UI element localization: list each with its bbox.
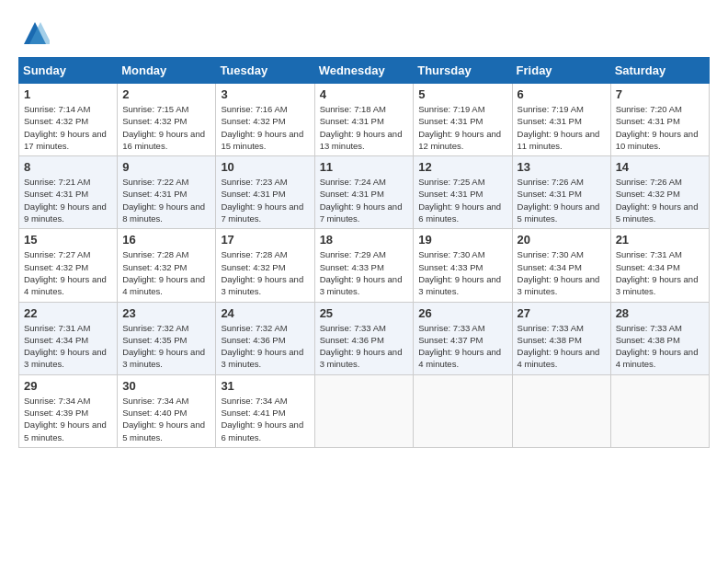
day-info: Sunrise: 7:18 AMSunset: 4:31 PMDaylight:…	[320, 103, 409, 152]
weekday-header-thursday: Thursday	[414, 58, 512, 84]
day-number: 6	[518, 87, 606, 101]
day-info: Sunrise: 7:32 AMSunset: 4:36 PMDaylight:…	[221, 322, 309, 371]
calendar-cell: 29 Sunrise: 7:34 AMSunset: 4:39 PMDaylig…	[19, 374, 118, 447]
calendar-cell: 11 Sunrise: 7:24 AMSunset: 4:31 PMDaylig…	[314, 156, 414, 229]
day-info: Sunrise: 7:14 AMSunset: 4:32 PMDaylight:…	[24, 103, 112, 152]
weekday-header-tuesday: Tuesday	[216, 58, 314, 84]
calendar-body: 1 Sunrise: 7:14 AMSunset: 4:32 PMDayligh…	[19, 84, 710, 448]
calendar-cell: 28 Sunrise: 7:33 AMSunset: 4:38 PMDaylig…	[610, 302, 709, 374]
day-number: 1	[24, 87, 112, 101]
day-info: Sunrise: 7:27 AMSunset: 4:32 PMDaylight:…	[24, 248, 112, 297]
weekday-header-monday: Monday	[118, 58, 216, 84]
calendar-cell: 1 Sunrise: 7:14 AMSunset: 4:32 PMDayligh…	[19, 84, 118, 156]
day-info: Sunrise: 7:31 AMSunset: 4:34 PMDaylight:…	[616, 248, 704, 297]
calendar-cell: 13 Sunrise: 7:26 AMSunset: 4:31 PMDaylig…	[512, 156, 610, 229]
day-number: 31	[221, 379, 309, 393]
page-header	[18, 18, 710, 48]
calendar-cell: 9 Sunrise: 7:22 AMSunset: 4:31 PMDayligh…	[118, 156, 216, 229]
day-info: Sunrise: 7:29 AMSunset: 4:33 PMDaylight:…	[320, 248, 409, 297]
calendar-cell: 6 Sunrise: 7:19 AMSunset: 4:31 PMDayligh…	[512, 84, 610, 156]
day-number: 5	[418, 87, 506, 101]
day-number: 9	[122, 160, 210, 174]
calendar-cell: 12 Sunrise: 7:25 AMSunset: 4:31 PMDaylig…	[414, 156, 512, 229]
calendar-cell: 31 Sunrise: 7:34 AMSunset: 4:41 PMDaylig…	[216, 374, 314, 447]
day-info: Sunrise: 7:16 AMSunset: 4:32 PMDaylight:…	[221, 103, 309, 152]
calendar-cell	[610, 374, 709, 447]
day-number: 16	[122, 233, 210, 247]
calendar-cell: 25 Sunrise: 7:33 AMSunset: 4:36 PMDaylig…	[314, 302, 414, 374]
day-number: 23	[122, 306, 210, 320]
day-info: Sunrise: 7:33 AMSunset: 4:38 PMDaylight:…	[518, 322, 606, 371]
day-number: 7	[616, 87, 704, 101]
calendar-cell	[512, 374, 610, 447]
day-number: 8	[24, 160, 112, 174]
day-number: 18	[320, 233, 409, 247]
calendar-cell: 8 Sunrise: 7:21 AMSunset: 4:31 PMDayligh…	[19, 156, 118, 229]
day-info: Sunrise: 7:34 AMSunset: 4:40 PMDaylight:…	[122, 395, 210, 443]
day-info: Sunrise: 7:15 AMSunset: 4:32 PMDaylight:…	[122, 103, 210, 152]
day-number: 21	[616, 233, 704, 247]
day-info: Sunrise: 7:24 AMSunset: 4:31 PMDaylight:…	[320, 176, 409, 224]
day-info: Sunrise: 7:34 AMSunset: 4:41 PMDaylight:…	[221, 395, 309, 443]
calendar-cell: 23 Sunrise: 7:32 AMSunset: 4:35 PMDaylig…	[118, 302, 216, 374]
calendar-cell: 7 Sunrise: 7:20 AMSunset: 4:31 PMDayligh…	[610, 84, 709, 156]
calendar-header-row: SundayMondayTuesdayWednesdayThursdayFrid…	[19, 58, 710, 84]
day-number: 3	[221, 87, 309, 101]
calendar-cell: 22 Sunrise: 7:31 AMSunset: 4:34 PMDaylig…	[19, 302, 118, 374]
day-number: 17	[221, 233, 309, 247]
calendar-week-4: 22 Sunrise: 7:31 AMSunset: 4:34 PMDaylig…	[19, 302, 710, 374]
calendar-week-5: 29 Sunrise: 7:34 AMSunset: 4:39 PMDaylig…	[19, 374, 710, 447]
day-info: Sunrise: 7:34 AMSunset: 4:39 PMDaylight:…	[24, 395, 112, 443]
day-number: 11	[320, 160, 409, 174]
day-number: 20	[518, 233, 606, 247]
calendar-cell: 2 Sunrise: 7:15 AMSunset: 4:32 PMDayligh…	[118, 84, 216, 156]
calendar-cell: 17 Sunrise: 7:28 AMSunset: 4:32 PMDaylig…	[216, 229, 314, 302]
day-info: Sunrise: 7:19 AMSunset: 4:31 PMDaylight:…	[518, 103, 606, 152]
day-info: Sunrise: 7:20 AMSunset: 4:31 PMDaylight:…	[616, 103, 704, 152]
day-info: Sunrise: 7:32 AMSunset: 4:35 PMDaylight:…	[122, 322, 210, 371]
calendar-cell: 16 Sunrise: 7:28 AMSunset: 4:32 PMDaylig…	[118, 229, 216, 302]
day-info: Sunrise: 7:25 AMSunset: 4:31 PMDaylight:…	[418, 176, 506, 224]
calendar-cell: 24 Sunrise: 7:32 AMSunset: 4:36 PMDaylig…	[216, 302, 314, 374]
day-number: 29	[24, 379, 112, 393]
day-info: Sunrise: 7:28 AMSunset: 4:32 PMDaylight:…	[221, 248, 309, 297]
day-number: 13	[518, 160, 606, 174]
day-number: 19	[418, 233, 506, 247]
day-info: Sunrise: 7:33 AMSunset: 4:38 PMDaylight:…	[616, 322, 704, 371]
day-number: 22	[24, 306, 112, 320]
day-info: Sunrise: 7:26 AMSunset: 4:31 PMDaylight:…	[518, 176, 606, 224]
calendar-cell: 19 Sunrise: 7:30 AMSunset: 4:33 PMDaylig…	[414, 229, 512, 302]
day-info: Sunrise: 7:22 AMSunset: 4:31 PMDaylight:…	[122, 176, 210, 224]
weekday-header-friday: Friday	[512, 58, 610, 84]
calendar-week-1: 1 Sunrise: 7:14 AMSunset: 4:32 PMDayligh…	[19, 84, 710, 156]
calendar-cell: 15 Sunrise: 7:27 AMSunset: 4:32 PMDaylig…	[19, 229, 118, 302]
day-number: 26	[418, 306, 506, 320]
calendar-week-2: 8 Sunrise: 7:21 AMSunset: 4:31 PMDayligh…	[19, 156, 710, 229]
calendar-cell	[314, 374, 414, 447]
day-info: Sunrise: 7:21 AMSunset: 4:31 PMDaylight:…	[24, 176, 112, 224]
calendar-cell: 30 Sunrise: 7:34 AMSunset: 4:40 PMDaylig…	[118, 374, 216, 447]
calendar-cell: 5 Sunrise: 7:19 AMSunset: 4:31 PMDayligh…	[414, 84, 512, 156]
calendar-cell: 18 Sunrise: 7:29 AMSunset: 4:33 PMDaylig…	[314, 229, 414, 302]
day-number: 25	[320, 306, 409, 320]
day-number: 2	[122, 87, 210, 101]
weekday-header-wednesday: Wednesday	[314, 58, 414, 84]
day-info: Sunrise: 7:26 AMSunset: 4:32 PMDaylight:…	[616, 176, 704, 224]
day-number: 30	[122, 379, 210, 393]
day-number: 14	[616, 160, 704, 174]
logo	[18, 18, 51, 48]
calendar-cell: 14 Sunrise: 7:26 AMSunset: 4:32 PMDaylig…	[610, 156, 709, 229]
day-number: 27	[518, 306, 606, 320]
calendar-cell: 4 Sunrise: 7:18 AMSunset: 4:31 PMDayligh…	[314, 84, 414, 156]
day-number: 15	[24, 233, 112, 247]
calendar-cell: 10 Sunrise: 7:23 AMSunset: 4:31 PMDaylig…	[216, 156, 314, 229]
day-number: 4	[320, 87, 409, 101]
calendar-week-3: 15 Sunrise: 7:27 AMSunset: 4:32 PMDaylig…	[19, 229, 710, 302]
calendar-cell: 27 Sunrise: 7:33 AMSunset: 4:38 PMDaylig…	[512, 302, 610, 374]
calendar-cell: 3 Sunrise: 7:16 AMSunset: 4:32 PMDayligh…	[216, 84, 314, 156]
day-number: 24	[221, 306, 309, 320]
calendar-table: SundayMondayTuesdayWednesdayThursdayFrid…	[18, 57, 710, 448]
day-number: 28	[616, 306, 704, 320]
day-info: Sunrise: 7:23 AMSunset: 4:31 PMDaylight:…	[221, 176, 309, 224]
calendar-cell	[414, 374, 512, 447]
